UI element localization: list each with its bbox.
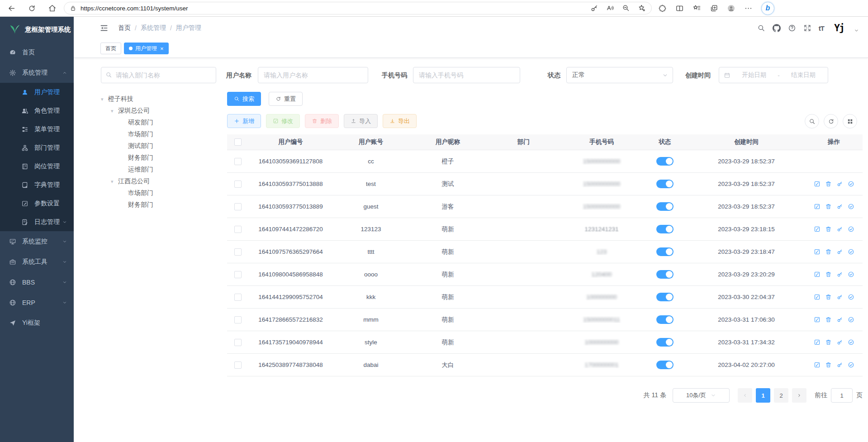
extensions-icon[interactable] [658, 4, 667, 13]
tree-node[interactable]: 市场部门 [97, 128, 219, 140]
status-toggle[interactable] [656, 293, 674, 301]
sidebar-item-home[interactable]: 首页 [0, 42, 74, 62]
username-input[interactable] [258, 67, 368, 83]
browser-back-icon[interactable] [7, 4, 16, 13]
row-edit-icon[interactable] [814, 203, 821, 210]
browser-profile-icon[interactable] [727, 4, 735, 13]
tree-node[interactable]: ▾深圳总公司 [97, 105, 219, 117]
row-reset-password-icon[interactable] [836, 361, 843, 368]
tree-node[interactable]: 测试部门 [97, 140, 219, 152]
sidebar-item-log-management[interactable]: 日志管理 [0, 213, 74, 231]
row-edit-icon[interactable] [814, 339, 821, 346]
sidebar-item-erp[interactable]: ERP [0, 292, 74, 313]
row-edit-icon[interactable] [814, 316, 821, 323]
row-delete-icon[interactable] [825, 203, 832, 210]
import-button[interactable]: 导入 [344, 114, 378, 128]
row-reset-password-icon[interactable] [836, 271, 843, 278]
password-key-icon[interactable] [590, 4, 598, 12]
tree-node[interactable]: ▾橙子科技 [97, 93, 219, 105]
row-delete-icon[interactable] [825, 339, 832, 346]
phone-input[interactable] [413, 67, 520, 83]
row-reset-password-icon[interactable] [836, 181, 843, 187]
dept-search-input[interactable] [101, 67, 216, 83]
sidebar-item-system-management[interactable]: 系统管理 [0, 62, 74, 83]
sidebar-item-user-management[interactable]: 用户管理 [0, 83, 74, 101]
breadcrumb-item[interactable]: 首页 [118, 24, 131, 32]
status-toggle[interactable] [656, 202, 674, 211]
row-assign-role-icon[interactable] [848, 226, 854, 233]
favorites-bar-icon[interactable] [693, 4, 701, 13]
tree-expand-icon[interactable]: ▾ [101, 96, 105, 102]
split-screen-icon[interactable] [675, 4, 684, 13]
add-favorite-star-icon[interactable] [638, 4, 646, 12]
row-assign-role-icon[interactable] [848, 339, 854, 346]
status-toggle[interactable] [656, 247, 674, 256]
export-button[interactable]: 导出 [383, 114, 417, 128]
tree-node[interactable]: ▾江西总公司 [97, 176, 219, 187]
sidebar-item-param-settings[interactable]: 参数设置 [0, 194, 74, 213]
row-checkbox[interactable] [234, 181, 242, 188]
sidebar-item-yi-framework[interactable]: Yi框架 [0, 313, 74, 333]
row-reset-password-icon[interactable] [836, 226, 843, 233]
next-page-button[interactable] [792, 388, 806, 403]
status-toggle[interactable] [656, 270, 674, 279]
url-text[interactable]: https://ccnetcore.com:1101/system/user [81, 5, 586, 12]
status-toggle[interactable] [656, 361, 674, 369]
row-checkbox[interactable] [234, 203, 242, 210]
row-assign-role-icon[interactable] [848, 316, 854, 323]
row-checkbox[interactable] [234, 158, 242, 165]
add-button[interactable]: 新增 [227, 114, 261, 128]
row-delete-icon[interactable] [825, 248, 832, 255]
row-assign-role-icon[interactable] [848, 203, 854, 210]
row-edit-icon[interactable] [814, 294, 821, 300]
row-edit-icon[interactable] [814, 181, 821, 187]
row-reset-password-icon[interactable] [836, 248, 843, 255]
date-range-picker[interactable]: 开始日期 - 结束日期 [719, 67, 828, 83]
row-delete-icon[interactable] [825, 226, 832, 233]
tab-home[interactable]: 首页 [100, 43, 121, 54]
row-edit-icon[interactable] [814, 248, 821, 255]
row-checkbox[interactable] [234, 226, 242, 233]
sidebar-item-post-management[interactable]: 岗位管理 [0, 157, 74, 176]
browser-refresh-icon[interactable] [28, 4, 36, 13]
sidebar-item-system-monitor[interactable]: 系统监控 [0, 231, 74, 252]
close-tab-icon[interactable]: × [160, 46, 164, 52]
sidebar-item-bbs[interactable]: BBS [0, 272, 74, 292]
tree-expand-icon[interactable]: ▾ [111, 108, 115, 114]
row-edit-icon[interactable] [814, 361, 821, 368]
row-assign-role-icon[interactable] [848, 248, 854, 255]
row-delete-icon[interactable] [825, 181, 832, 187]
row-assign-role-icon[interactable] [848, 361, 854, 368]
read-aloud-icon[interactable] [606, 4, 614, 12]
tree-node[interactable]: 财务部门 [97, 199, 219, 211]
tree-node[interactable]: 运维部门 [97, 164, 219, 176]
row-reset-password-icon[interactable] [836, 294, 843, 300]
prev-page-button[interactable] [738, 388, 752, 403]
status-toggle[interactable] [656, 180, 674, 188]
sidebar-item-system-tools[interactable]: 系统工具 [0, 252, 74, 272]
row-assign-role-icon[interactable] [848, 294, 854, 300]
row-checkbox[interactable] [234, 316, 242, 323]
sidebar-item-dept-management[interactable]: 部门管理 [0, 138, 74, 157]
tree-node[interactable]: 财务部门 [97, 152, 219, 164]
collapse-sidebar-icon[interactable] [100, 24, 109, 33]
sidebar-item-dict-management[interactable]: 字典管理 [0, 176, 74, 194]
avatar[interactable]: Yj [831, 20, 847, 36]
status-toggle[interactable] [656, 157, 674, 166]
row-assign-role-icon[interactable] [848, 181, 854, 187]
help-icon[interactable] [788, 24, 796, 32]
row-assign-role-icon[interactable] [848, 271, 854, 278]
row-edit-icon[interactable] [814, 226, 821, 233]
copilot-icon[interactable]: b [761, 2, 774, 15]
tree-node[interactable]: 市场部门 [97, 187, 219, 199]
row-checkbox[interactable] [234, 271, 242, 278]
row-delete-icon[interactable] [825, 294, 832, 300]
search-button[interactable]: 搜索 [227, 92, 261, 106]
github-icon[interactable] [773, 24, 781, 32]
tree-node[interactable]: 研发部门 [97, 117, 219, 128]
status-select[interactable]: 正常 [566, 67, 673, 83]
zoom-out-icon[interactable] [622, 4, 630, 12]
chevron-down-icon[interactable] [854, 28, 859, 33]
tree-expand-icon[interactable]: ▾ [111, 179, 115, 185]
status-toggle[interactable] [656, 315, 674, 324]
